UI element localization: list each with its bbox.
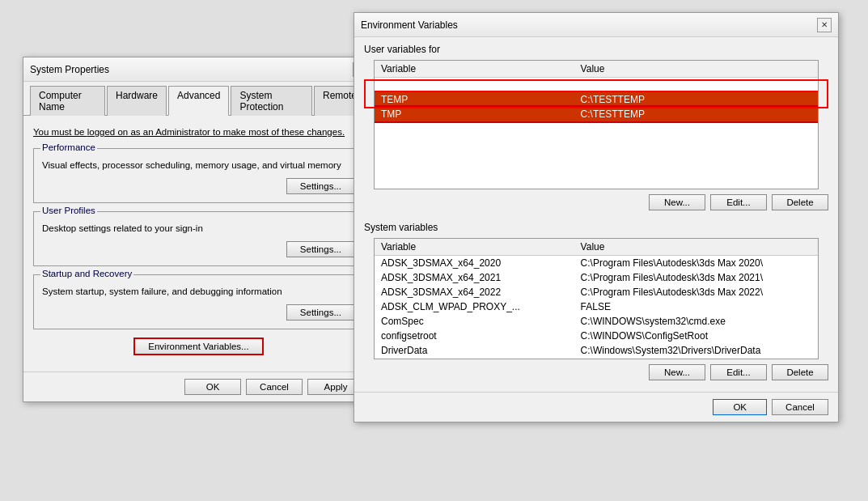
system-props-title: System Properties xyxy=(30,64,109,75)
admin-note: You must be logged on as an Administrato… xyxy=(33,125,364,138)
table-row[interactable] xyxy=(375,121,818,136)
user-vars-col-variable: Variable xyxy=(375,61,574,78)
sys-var-configsetroot-value: C:\WINDOWS\ConfigSetRoot xyxy=(574,329,818,343)
sys-var-comspec-value: C:\WINDOWS\system32\cmd.exe xyxy=(574,314,818,329)
user-var-row-temp[interactable]: TEMP C:\TESTTEMP xyxy=(375,92,818,107)
user-vars-delete-button[interactable]: Delete xyxy=(772,194,828,210)
user-vars-label: User variables for xyxy=(354,37,838,55)
system-vars-edit-button[interactable]: Edit... xyxy=(710,364,767,380)
system-vars-new-button[interactable]: New... xyxy=(649,364,705,380)
env-vars-close-button[interactable]: ✕ xyxy=(817,18,832,32)
sys-var-row-driverdata[interactable]: DriverData C:\Windows\System32\Drivers\D… xyxy=(375,343,818,358)
env-vars-footer: OK Cancel xyxy=(354,392,838,422)
user-vars-table-wrapper: Variable Value TEMP C:\TESTTEMP TMP C:\T… xyxy=(364,60,828,189)
startup-recovery-section: Startup and Recovery System startup, sys… xyxy=(33,274,364,329)
sys-var-driverdata-variable: DriverData xyxy=(375,343,574,358)
env-vars-btn-wrapper: Environment Variables... xyxy=(33,338,364,355)
system-vars-table: Variable Value ADSK_3DSMAX_x64_2020 C:\P… xyxy=(375,239,818,358)
performance-settings-button[interactable]: Settings... xyxy=(286,178,355,194)
performance-section-label: Performance xyxy=(40,142,97,152)
system-vars-table-container[interactable]: Variable Value ADSK_3DSMAX_x64_2020 C:\P… xyxy=(374,238,819,359)
sys-var-row-comspec[interactable]: ComSpec C:\WINDOWS\system32\cmd.exe xyxy=(375,314,818,329)
user-vars-table-container[interactable]: Variable Value TEMP C:\TESTTEMP TMP C:\T… xyxy=(374,60,819,189)
user-var-temp-variable: TEMP xyxy=(375,92,574,107)
sys-var-clm-value: FALSE xyxy=(574,299,818,314)
user-profiles-section-desc: Desktop settings related to your sign-in xyxy=(42,222,355,235)
user-var-tmp-value: C:\TESTTEMP xyxy=(574,107,818,121)
sys-var-adsk2020-value: C:\Program Files\Autodesk\3ds Max 2020\ xyxy=(574,256,818,271)
system-props-ok-button[interactable]: OK xyxy=(184,379,241,395)
sys-var-comspec-variable: ComSpec xyxy=(375,314,574,329)
sys-var-clm-variable: ADSK_CLM_WPAD_PROXY_... xyxy=(375,299,574,314)
system-props-title-bar: System Properties ✕ xyxy=(23,57,374,82)
startup-recovery-section-desc: System startup, system failure, and debu… xyxy=(42,285,355,298)
env-vars-title: Environment Variables xyxy=(361,19,458,31)
user-vars-col-value: Value xyxy=(574,61,818,78)
user-var-tmp-variable: TMP xyxy=(375,107,574,121)
sys-var-row-clm[interactable]: ADSK_CLM_WPAD_PROXY_... FALSE xyxy=(375,299,818,314)
admin-note-underlined: logged on xyxy=(87,127,129,137)
system-properties-dialog: System Properties ✕ Computer Name Hardwa… xyxy=(23,57,375,402)
user-profiles-settings-button[interactable]: Settings... xyxy=(286,241,355,257)
sys-var-adsk2020-variable: ADSK_3DSMAX_x64_2020 xyxy=(375,256,574,271)
user-vars-new-button[interactable]: New... xyxy=(649,194,705,210)
environment-variables-button[interactable]: Environment Variables... xyxy=(133,338,263,355)
sys-var-row-configsetroot[interactable]: configsetroot C:\WINDOWS\ConfigSetRoot xyxy=(375,329,818,343)
system-vars-col-variable: Variable xyxy=(375,239,574,256)
startup-recovery-settings-button[interactable]: Settings... xyxy=(286,304,355,321)
system-vars-buttons: New... Edit... Delete xyxy=(354,359,838,385)
system-props-footer: OK Cancel Apply xyxy=(23,372,374,401)
performance-section: Performance Visual effects, processor sc… xyxy=(33,148,364,203)
tab-computer-name[interactable]: Computer Name xyxy=(30,86,105,116)
user-var-row-tmp[interactable]: TMP C:\TESTTEMP xyxy=(375,107,818,121)
sys-var-row-adsk2020[interactable]: ADSK_3DSMAX_x64_2020 C:\Program Files\Au… xyxy=(375,256,818,271)
table-row[interactable] xyxy=(375,78,818,93)
admin-note-suffix: as an Administrator to make most of thes… xyxy=(128,127,345,137)
sys-var-adsk2021-variable: ADSK_3DSMAX_x64_2021 xyxy=(375,270,574,285)
user-var-temp-value: C:\TESTTEMP xyxy=(574,92,818,107)
sys-var-row-adsk2021[interactable]: ADSK_3DSMAX_x64_2021 C:\Program Files\Au… xyxy=(375,270,818,285)
tab-system-protection[interactable]: System Protection xyxy=(231,86,312,116)
env-vars-cancel-button[interactable]: Cancel xyxy=(772,399,828,415)
system-vars-section: System variables Variable Value ADSK_3DS… xyxy=(354,215,838,359)
table-row[interactable] xyxy=(375,136,818,151)
user-profiles-section-label: User Profiles xyxy=(40,206,97,215)
performance-section-desc: Visual effects, processor scheduling, me… xyxy=(42,159,355,172)
sys-var-row-adsk2022[interactable]: ADSK_3DSMAX_x64_2022 C:\Program Files\Au… xyxy=(375,285,818,299)
sys-var-driverdata-value: C:\Windows\System32\Drivers\DriverData xyxy=(574,343,818,358)
tab-advanced[interactable]: Advanced xyxy=(168,86,229,116)
system-props-body: You must be logged on as an Administrato… xyxy=(23,116,374,372)
user-vars-buttons: New... Edit... Delete xyxy=(354,189,838,215)
system-vars-col-value: Value xyxy=(574,239,818,256)
user-vars-edit-button[interactable]: Edit... xyxy=(710,194,767,210)
user-vars-table: Variable Value TEMP C:\TESTTEMP TMP C:\T… xyxy=(375,61,818,151)
env-vars-ok-button[interactable]: OK xyxy=(713,399,767,415)
user-profiles-section: User Profiles Desktop settings related t… xyxy=(33,211,364,266)
tab-hardware[interactable]: Hardware xyxy=(107,86,167,116)
sys-var-adsk2022-value: C:\Program Files\Autodesk\3ds Max 2022\ xyxy=(574,285,818,299)
admin-note-prefix: You must be xyxy=(33,127,87,137)
startup-recovery-section-label: Startup and Recovery xyxy=(40,269,133,278)
sys-var-configsetroot-variable: configsetroot xyxy=(375,329,574,343)
sys-var-adsk2022-variable: ADSK_3DSMAX_x64_2022 xyxy=(375,285,574,299)
system-vars-delete-button[interactable]: Delete xyxy=(772,364,828,380)
system-vars-label: System variables xyxy=(364,215,828,233)
system-props-cancel-button[interactable]: Cancel xyxy=(246,379,303,395)
sys-var-adsk2021-value: C:\Program Files\Autodesk\3ds Max 2021\ xyxy=(574,270,818,285)
env-vars-title-bar: Environment Variables ✕ xyxy=(354,13,838,37)
environment-variables-dialog: Environment Variables ✕ User variables f… xyxy=(354,12,839,422)
system-props-tab-bar: Computer Name Hardware Advanced System P… xyxy=(23,82,374,116)
